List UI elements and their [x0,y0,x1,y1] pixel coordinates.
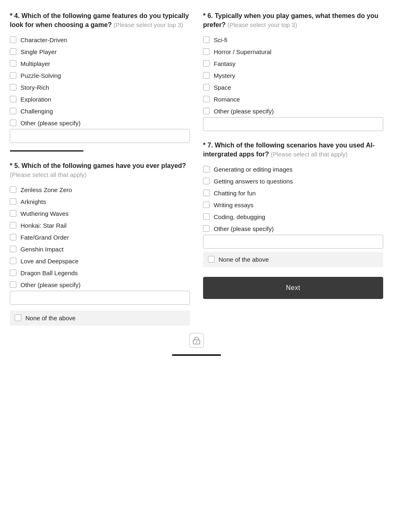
q7-none-label: None of the above [219,256,269,263]
q7-checkbox-6[interactable] [203,225,210,232]
q6-label-6: Romance [214,96,240,103]
q7-option-4[interactable]: Writing essays [203,201,383,208]
q5-checkbox-9[interactable] [10,281,16,288]
q7-checkbox-3[interactable] [203,190,210,196]
q5-label-7: Love and Deepspace [20,258,79,265]
q5-checkbox-3[interactable] [10,210,16,217]
q7-none-checkbox[interactable] [208,256,215,263]
q6-checkbox-4[interactable] [203,72,210,79]
q5-none-checkbox[interactable] [15,315,21,321]
q6-checkbox-7[interactable] [203,108,210,114]
q5-option-5[interactable]: Fate/Grand Order [10,234,190,241]
next-button[interactable]: Next [203,277,383,299]
q5-checkbox-8[interactable] [10,269,16,276]
q7-checkbox-1[interactable] [203,166,210,172]
q5-option-4[interactable]: Honkai: Star Rail [10,222,190,229]
q4-other-input[interactable] [10,129,190,143]
survey-page: * 4. Which of the following game feature… [0,0,393,372]
q5-option-9[interactable]: Other (please specify) [10,281,190,288]
q4-option-6[interactable]: Exploration [10,96,190,103]
q4-option-2[interactable]: Single Player [10,48,190,55]
q6-label-1: Sci-fi [214,36,227,43]
q4-label-1: Character-Driven [20,36,67,43]
q5-option-7[interactable]: Love and Deepspace [10,258,190,265]
q5-none-row[interactable]: None of the above [10,310,190,326]
q5-checkbox-7[interactable] [10,258,16,264]
q6-checkbox-5[interactable] [203,84,210,91]
q6-option-3[interactable]: Fantasy [203,60,383,67]
q7-checkbox-2[interactable] [203,178,210,184]
q5-title: * 5. Which of the following games have y… [10,161,190,180]
q4-checkbox-6[interactable] [10,96,16,102]
q6-option-6[interactable]: Romance [203,96,383,103]
q6-subtitle: (Please select your top 3) [228,21,297,28]
q4-checkbox-4[interactable] [10,72,16,79]
q6-option-7[interactable]: Other (please specify) [203,108,383,115]
q7-label-2: Getting answers to questions [214,178,293,185]
bottom-bar [172,354,221,356]
q7-option-1[interactable]: Generating or editing images [203,166,383,173]
q4-option-4[interactable]: Puzzle-Solving [10,72,190,79]
q7-label-1: Generating or editing images [214,166,293,173]
q4-checkbox-5[interactable] [10,84,16,91]
q5-checkbox-2[interactable] [10,198,16,205]
lock-icon [189,333,204,348]
q7-none-row[interactable]: None of the above [203,252,383,267]
q6-option-1[interactable]: Sci-fi [203,36,383,43]
q5-option-3[interactable]: Wuthering Waves [10,210,190,217]
q7-option-6[interactable]: Other (please specify) [203,225,383,232]
q5-text: Which of the following games have you ev… [21,162,186,169]
q5-other-input[interactable] [10,291,190,305]
q5-option-6[interactable]: Genshin Impact [10,246,190,253]
q5-checkbox-6[interactable] [10,246,16,252]
q6-option-2[interactable]: Horror / Supernatural [203,48,383,55]
q4-checkbox-3[interactable] [10,60,16,67]
q4-option-3[interactable]: Multiplayer [10,60,190,67]
q6-checkbox-1[interactable] [203,36,210,43]
q4-checkbox-7[interactable] [10,108,16,114]
q4-label-8: Other (please specify) [20,120,81,127]
q7-option-5[interactable]: Coding, debugging [203,213,383,220]
q5-checkbox-1[interactable] [10,186,16,193]
q7-number: * 7. [203,142,213,149]
q5-option-8[interactable]: Dragon Ball Legends [10,269,190,276]
q7-option-2[interactable]: Getting answers to questions [203,178,383,185]
question-4: * 4. Which of the following game feature… [10,11,190,152]
q7-label-4: Writing essays [214,201,253,208]
q6-title: * 6. Typically when you play games, what… [203,11,383,30]
q6-option-4[interactable]: Mystery [203,72,383,79]
q6-number: * 6. [203,12,213,19]
q7-option-3[interactable]: Chatting for fun [203,190,383,197]
q4-checkbox-8[interactable] [10,120,16,126]
q5-checkbox-4[interactable] [10,222,16,229]
q7-other-input[interactable] [203,235,383,249]
q4-checkbox-1[interactable] [10,36,16,43]
q4-option-7[interactable]: Challenging [10,108,190,115]
lock-svg [193,336,200,344]
q4-option-8[interactable]: Other (please specify) [10,120,190,127]
q7-title: * 7. Which of the following scenarios ha… [203,141,383,159]
q7-label-3: Chatting for fun [214,190,256,197]
q6-option-5[interactable]: Space [203,84,383,91]
q5-number: * 5. [10,162,20,169]
q5-label-1: Zenless Zone Zero [20,186,72,193]
q6-checkbox-3[interactable] [203,60,210,67]
q4-option-1[interactable]: Character-Driven [10,36,190,43]
q7-checkbox-4[interactable] [203,201,210,208]
q5-label-2: Arknights [20,198,46,205]
q5-label-8: Dragon Ball Legends [20,269,78,276]
q6-label-5: Space [214,84,231,91]
q5-option-1[interactable]: Zenless Zone Zero [10,186,190,193]
q5-options-list: Zenless Zone Zero Arknights Wuthering Wa… [10,186,190,288]
q4-options-list: Character-Driven Single Player Multiplay… [10,36,190,127]
q5-checkbox-5[interactable] [10,234,16,240]
q6-other-input[interactable] [203,117,383,131]
q7-checkbox-5[interactable] [203,213,210,220]
q6-checkbox-2[interactable] [203,48,210,55]
q5-option-2[interactable]: Arknights [10,198,190,205]
q4-checkbox-2[interactable] [10,48,16,55]
q5-label-4: Honkai: Star Rail [20,222,67,229]
q6-checkbox-6[interactable] [203,96,210,102]
q6-options-list: Sci-fi Horror / Supernatural Fantasy Mys… [203,36,383,115]
q4-option-5[interactable]: Story-Rich [10,84,190,91]
